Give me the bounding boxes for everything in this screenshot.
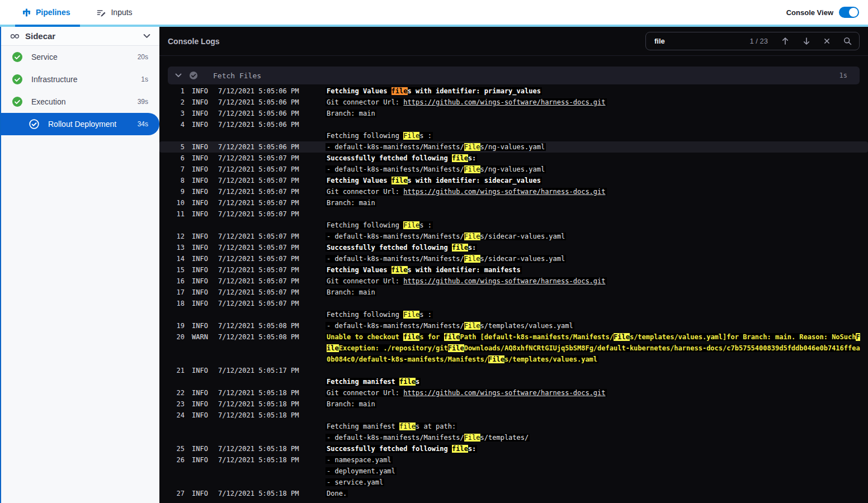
console-view-label: Console View [786, 8, 833, 17]
log-line-number: 1 [168, 86, 185, 97]
log-timestamp: 7/12/2021 5:05:08 PM [218, 320, 300, 331]
log-link[interactable]: https://github.com/wings-software/harnes… [403, 98, 605, 106]
log-message: - default-k8s-manifests/Manifests/Files/… [327, 253, 860, 264]
log-link[interactable]: https://github.com/wings-software/harnes… [403, 389, 605, 397]
search-match: File [403, 311, 419, 319]
log-text-chip: Fetching Values files with identifier: m… [326, 266, 522, 274]
log-text-chip: - default-k8s-manifests/Manifests/Files/… [326, 322, 574, 330]
log-text-chip: Fetching manifest files at path: [326, 423, 457, 430]
console-view-control: Console View [786, 7, 859, 18]
tab-label: Pipelines [36, 8, 70, 17]
step-label: Execution [31, 97, 65, 106]
log-level: INFO [192, 264, 210, 276]
tab-inputs[interactable]: Inputs [97, 8, 132, 17]
log-line: 2INFO7/12/2021 5:05:06 PMGit connector U… [159, 97, 868, 108]
log-level: INFO [192, 387, 210, 398]
log-message: Branch: main [327, 197, 860, 208]
next-match-button[interactable] [803, 37, 810, 45]
stage-header[interactable]: Sidecar [0, 27, 159, 46]
log-timestamp: 7/12/2021 5:05:07 PM [218, 276, 300, 287]
log-text: Successfully fetched following files: [327, 154, 476, 162]
log-message: Git connector Url: https://github.com/wi… [327, 97, 860, 108]
log-level: INFO [192, 197, 210, 208]
log-message: Fetching following Files : [327, 119, 860, 141]
search-match: File [464, 143, 480, 151]
log-text: Branch: main [327, 288, 375, 296]
link-icon [10, 33, 20, 40]
log-message-row: - namespace.yaml [327, 454, 860, 466]
log-message-row: Git connector Url: https://github.com/wi… [327, 97, 860, 108]
log-message-row [327, 365, 860, 376]
chevron-down-icon[interactable] [143, 34, 150, 39]
log-text: Fetching Values files with identifier: s… [327, 177, 541, 184]
log-message-row: - default-k8s-manifests/Manifests/Files/… [327, 320, 860, 331]
log-text-chip: Git connector Url: https://github.com/wi… [326, 389, 607, 397]
search-match: file [391, 177, 408, 184]
log-text: - default-k8s-manifests/Manifests/Files/… [327, 434, 529, 442]
log-message: Successfully fetched following files: [327, 153, 860, 164]
log-text: Successfully fetched following files: [327, 445, 476, 453]
log-message: - default-k8s-manifests/Manifests/Files/… [327, 320, 860, 331]
sidebar-step-service[interactable]: Service20s [0, 46, 159, 68]
log-message-row: Fetching following Files : [327, 130, 860, 141]
log-timestamp: 7/12/2021 5:05:18 PM [218, 454, 300, 488]
log-line: 7INFO7/12/2021 5:05:07 PM- default-k8s-m… [159, 164, 868, 175]
log-message-row [327, 298, 860, 309]
log-message-row: Successfully fetched following files: [327, 242, 860, 253]
log-text-chip: - default-k8s-manifests/Manifests/Files/… [326, 165, 546, 173]
log-message-row: Fetching manifest files [327, 376, 860, 387]
log-message-row: Git connector Url: https://github.com/wi… [327, 387, 860, 398]
log-line-number: 26 [168, 454, 185, 488]
log-line: 20WARN7/12/2021 5:05:08 PMUnable to chec… [159, 331, 868, 365]
app: Pipelines Inputs Console View Sidecar [0, 0, 868, 503]
log-message-row: Fetching Values files with identifier: m… [327, 264, 860, 276]
log-text-chip: Done. [326, 490, 348, 497]
tab-pipelines[interactable]: Pipelines [22, 8, 70, 17]
chevron-down-icon[interactable] [175, 73, 182, 78]
step-duration: 39s [138, 98, 148, 106]
console-view-toggle[interactable] [839, 7, 859, 18]
clear-search-button[interactable] [824, 38, 830, 44]
log-message-row: Fetching manifest files at path: [327, 421, 860, 432]
inputs-icon [97, 8, 106, 17]
log-text: Fetching manifest files [327, 378, 419, 386]
previous-match-button[interactable] [781, 37, 789, 45]
log-link[interactable]: https://github.com/wings-software/harnes… [403, 277, 605, 285]
log-text-chip: Successfully fetched following files: [326, 154, 477, 162]
log-text-chip: Git connector Url: https://github.com/wi… [326, 277, 607, 285]
log-link[interactable]: https://github.com/wings-software/harnes… [403, 188, 605, 196]
log-message-row: - deployment.yaml [327, 466, 860, 477]
log-level: INFO [192, 488, 210, 499]
sidebar-accent-strip [0, 27, 1, 503]
step-duration: 1s [141, 75, 148, 83]
log-line-number: 27 [168, 488, 185, 499]
log-line: 3INFO7/12/2021 5:05:06 PMBranch: main [159, 108, 868, 119]
search-input[interactable] [653, 36, 749, 46]
log-line: 16INFO7/12/2021 5:05:07 PMGit connector … [159, 276, 868, 287]
log-text-chip: Fetching manifest files [326, 378, 421, 386]
sidebar-step-rollout-deployment[interactable]: Rollout Deployment34s [0, 113, 159, 135]
search-match: file [391, 266, 408, 274]
section-title: Fetch Files [213, 72, 261, 80]
log-text: - default-k8s-manifests/Manifests/Files/… [327, 165, 545, 173]
search-match: File [464, 434, 480, 442]
log-timestamp: 7/12/2021 5:05:06 PM [218, 86, 300, 97]
log-line-number: 12 [168, 231, 185, 242]
log-text: Git connector Url: [327, 277, 403, 285]
log-message-row: Fetching Values files with identifier: p… [327, 86, 860, 97]
log-line: 25INFO7/12/2021 5:05:18 PMSuccessfully f… [159, 443, 868, 454]
sidebar-step-infrastructure[interactable]: Infrastructure1s [0, 68, 159, 91]
check-circle-icon [12, 52, 22, 62]
step-duration: 20s [138, 53, 148, 61]
check-circle-icon [189, 71, 198, 80]
console-panel: Console Logs 1 / 23 [159, 27, 868, 503]
search-match: File [403, 221, 419, 229]
log-level: INFO [192, 276, 210, 287]
log-timestamp: 7/12/2021 5:05:17 PM [218, 365, 300, 387]
log-message: Fetching Values files with identifier: s… [327, 175, 860, 186]
sidebar-step-execution[interactable]: Execution39s [0, 91, 159, 113]
log-text-chip: - service.yaml [326, 478, 384, 486]
log-section-header[interactable]: Fetch Files 1s [168, 67, 860, 84]
log-line: 15INFO7/12/2021 5:05:07 PMFetching Value… [159, 264, 868, 276]
log-text: - deployment.yaml [327, 467, 395, 475]
